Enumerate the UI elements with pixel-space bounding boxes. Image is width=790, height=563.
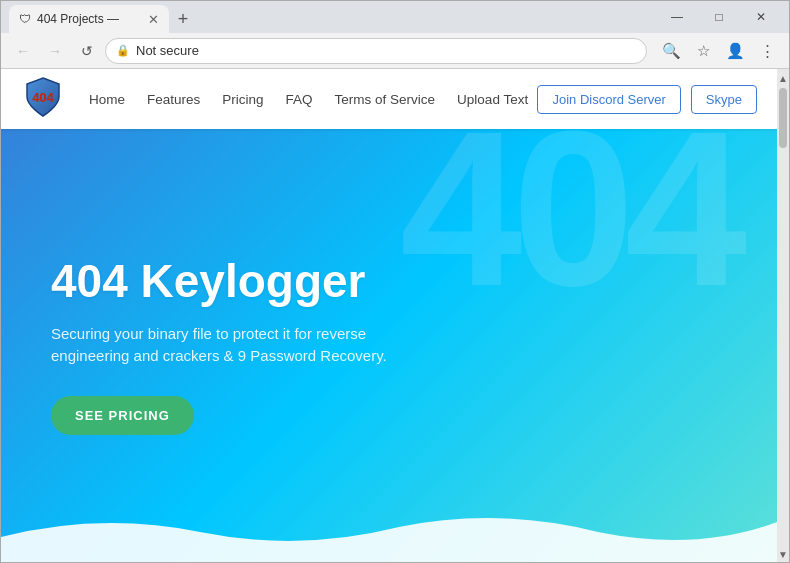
bookmark-icon[interactable]: ☆	[689, 37, 717, 65]
nav-home[interactable]: Home	[89, 92, 125, 107]
site-logo[interactable]: 404	[21, 75, 65, 123]
hero-subtitle: Securing your binary file to protect it …	[51, 323, 391, 368]
window-controls: — □ ✕	[657, 3, 781, 31]
nav-upload[interactable]: Upload Text	[457, 92, 528, 107]
tab-bar: 🛡 404 Projects — ✕ +	[9, 1, 649, 33]
hero-section: 404 Keylogger Securing your binary file …	[1, 129, 777, 562]
toolbar-icons: 🔍 ☆ 👤 ⋮	[657, 37, 781, 65]
menu-icon[interactable]: ⋮	[753, 37, 781, 65]
nav-features[interactable]: Features	[147, 92, 200, 107]
website: 404 404	[1, 69, 777, 562]
nav-buttons: Join Discord Server Skype	[537, 85, 757, 114]
close-button[interactable]: ✕	[741, 3, 781, 31]
tab-close-button[interactable]: ✕	[148, 13, 159, 26]
scroll-down-arrow[interactable]: ▼	[778, 549, 788, 560]
hero-title: 404 Keylogger	[51, 256, 727, 307]
scrollbar[interactable]: ▲ ▼	[777, 69, 789, 562]
discord-button[interactable]: Join Discord Server	[537, 85, 680, 114]
tab-favicon: 🛡	[19, 12, 31, 26]
site-navigation: 404 Home Features Pricing FAQ Terms of S…	[1, 69, 777, 129]
address-bar: ← → ↺ 🔒 Not secure 🔍 ☆ 👤 ⋮	[1, 33, 789, 69]
scroll-up-arrow[interactable]: ▲	[778, 73, 788, 84]
url-bar[interactable]: 🔒 Not secure	[105, 38, 647, 64]
scroll-thumb[interactable]	[779, 88, 787, 148]
nav-faq[interactable]: FAQ	[286, 92, 313, 107]
browser-window: 🛡 404 Projects — ✕ + — □ ✕ ← →	[0, 0, 790, 563]
new-tab-button[interactable]: +	[169, 5, 197, 33]
account-icon[interactable]: 👤	[721, 37, 749, 65]
minimize-button[interactable]: —	[657, 3, 697, 31]
svg-text:404: 404	[32, 90, 54, 105]
security-label: Not secure	[136, 43, 199, 58]
back-button[interactable]: ←	[9, 37, 37, 65]
refresh-button[interactable]: ↺	[73, 37, 101, 65]
maximize-button[interactable]: □	[699, 3, 739, 31]
active-tab[interactable]: 🛡 404 Projects — ✕	[9, 5, 169, 33]
skype-button[interactable]: Skype	[691, 85, 757, 114]
forward-button[interactable]: →	[41, 37, 69, 65]
lock-icon: 🔒	[116, 44, 130, 57]
search-icon[interactable]: 🔍	[657, 37, 685, 65]
logo-svg: 404	[21, 75, 65, 119]
content-area: 404 404	[1, 69, 789, 562]
see-pricing-button[interactable]: SEE PRICING	[51, 396, 194, 435]
nav-terms[interactable]: Terms of Service	[335, 92, 436, 107]
nav-links: Home Features Pricing FAQ Terms of Servi…	[89, 92, 537, 107]
tab-title: 404 Projects —	[37, 12, 119, 26]
nav-pricing[interactable]: Pricing	[222, 92, 263, 107]
title-bar: 🛡 404 Projects — ✕ + — □ ✕	[1, 1, 789, 33]
